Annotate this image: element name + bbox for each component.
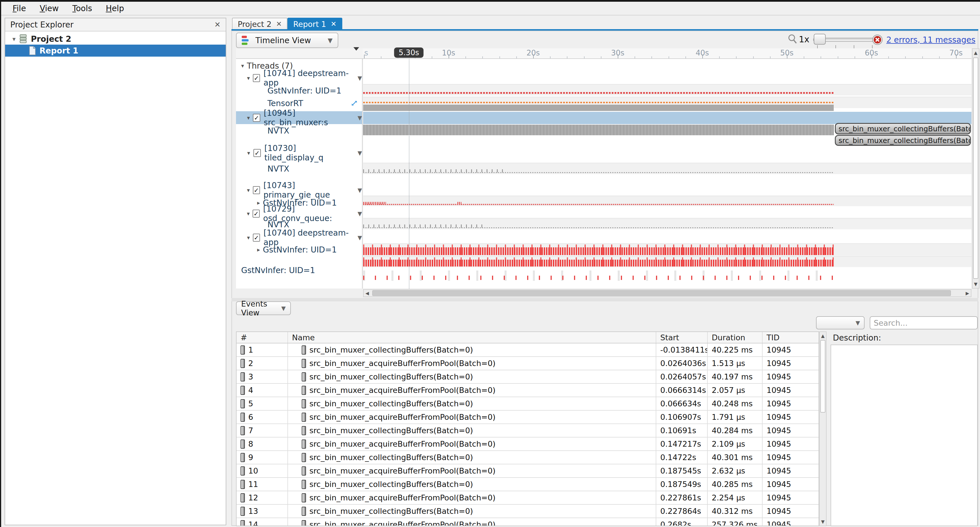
track-row-gstnvinfer[interactable]: ▸ GstNvInfer: UID=1 xyxy=(236,244,362,255)
chevron-right-icon[interactable]: ▸ xyxy=(254,246,263,253)
track-band-tensorrt[interactable] xyxy=(363,97,971,108)
table-row[interactable]: 12src_bin_muxer_acquireBufferFromPool(Ba… xyxy=(237,491,819,505)
column-header-start[interactable]: Start xyxy=(656,332,708,343)
chevron-down-icon[interactable]: ▾ xyxy=(9,35,19,43)
close-icon[interactable]: ✕ xyxy=(276,20,282,28)
scroll-down-icon[interactable]: ▼ xyxy=(972,281,979,287)
track-band-nvtx-tiled[interactable] xyxy=(363,163,971,174)
table-row[interactable]: 1src_bin_muxer_collectingBuffers(Batch=0… xyxy=(237,343,819,357)
track-band-red-hist-1[interactable] xyxy=(363,243,971,256)
scroll-up-icon[interactable]: ▲ xyxy=(972,50,979,56)
search-input[interactable] xyxy=(870,319,975,327)
track-row-nvtx[interactable]: NVTX xyxy=(236,163,362,174)
chevron-down-icon[interactable]: ▼ xyxy=(358,234,362,241)
table-row[interactable]: 11src_bin_muxer_collectingBuffers(Batch=… xyxy=(237,478,819,491)
chevron-down-icon[interactable]: ▾ xyxy=(245,114,252,121)
chevron-down-icon[interactable]: ▼ xyxy=(358,75,362,81)
nvtx-dense-range-bar[interactable] xyxy=(363,125,834,135)
menu-help[interactable]: Help xyxy=(99,4,131,13)
diagnostics-area: 2 errors, 11 messages xyxy=(872,34,975,45)
scroll-up-icon[interactable]: ▲ xyxy=(820,333,826,339)
scroll-right-icon[interactable]: ▶ xyxy=(966,290,969,297)
thread-checkbox[interactable]: ✓ xyxy=(253,114,260,122)
table-row[interactable]: 5src_bin_muxer_collectingBuffers(Batch=0… xyxy=(237,397,819,410)
timeline-ruler[interactable]: s10s20s30s40s50s60s70s xyxy=(363,48,971,59)
report-label: Report 1 xyxy=(40,46,78,56)
nvtx-range-pill[interactable]: src_bin_muxer_collectingBuffers(Batch=0)… xyxy=(835,135,971,146)
table-row[interactable]: 6src_bin_muxer_acquireBufferFromPool(Bat… xyxy=(237,410,819,424)
thread-row-10740[interactable]: ▾ ✓ [10740] deepstream-app ▼ xyxy=(236,232,362,243)
zoom-slider-handle[interactable] xyxy=(814,34,826,45)
table-row[interactable]: 10src_bin_muxer_acquireBufferFromPool(Ba… xyxy=(237,465,819,478)
chevron-down-icon[interactable]: ▼ xyxy=(358,114,362,121)
scroll-down-icon[interactable]: ▼ xyxy=(820,519,826,524)
thread-row-10730[interactable]: ▾ ✓ [10730] tiled_display_q ▼ xyxy=(236,147,362,158)
table-row[interactable]: 13src_bin_muxer_collectingBuffers(Batch=… xyxy=(237,505,819,518)
table-row[interactable]: 7src_bin_muxer_collectingBuffers(Batch=0… xyxy=(237,424,819,438)
track-band-nvtx-osd[interactable] xyxy=(363,218,971,229)
thread-row-10945[interactable]: ▾ ✓ [10945] src_bin_muxer:s ▼ xyxy=(236,112,362,123)
horizontal-splitter[interactable] xyxy=(231,298,978,302)
table-row[interactable]: 2src_bin_muxer_acquireBufferFromPool(Bat… xyxy=(237,357,819,370)
tree-item-report[interactable]: Report 1 xyxy=(5,45,226,57)
scroll-left-icon[interactable]: ◀ xyxy=(366,290,369,297)
filter-field-dropdown[interactable]: ▼ xyxy=(816,316,865,329)
column-header-name[interactable]: Name xyxy=(288,332,656,343)
chevron-right-icon[interactable]: ▸ xyxy=(254,199,263,206)
thread-checkbox[interactable]: ✓ xyxy=(253,209,260,217)
table-row[interactable]: 9src_bin_muxer_collectingBuffers(Batch=0… xyxy=(237,451,819,465)
table-row[interactable]: 14src_bin_muxer_acquireBufferFromPool(Ba… xyxy=(237,518,819,526)
menu-file[interactable]: File xyxy=(6,4,33,13)
collapse-pin-icon[interactable] xyxy=(353,51,359,56)
chevron-down-icon[interactable]: ▾ xyxy=(245,234,252,241)
tree-item-project[interactable]: ▾ Project 2 xyxy=(5,33,226,45)
tab-project-2[interactable]: Project 2 ✕ xyxy=(232,18,288,30)
chevron-down-icon[interactable]: ▼ xyxy=(358,210,362,217)
thread-checkbox[interactable]: ✓ xyxy=(253,149,261,157)
chevron-down-icon[interactable]: ▼ xyxy=(358,187,362,193)
chevron-down-icon[interactable]: ▾ xyxy=(245,187,252,193)
thread-row-10741[interactable]: ▾ ✓ [10741] deepstream-app ▼ xyxy=(236,73,362,83)
track-band-red-hist-2[interactable] xyxy=(363,256,971,267)
chevron-down-icon[interactable]: ▾ xyxy=(245,210,252,217)
events-table-scrollbar[interactable]: ▲ ▼ xyxy=(819,331,827,526)
scrollbar-thumb[interactable] xyxy=(973,57,978,279)
scrollbar-thumb[interactable] xyxy=(820,340,826,413)
tab-report-1[interactable]: Report 1 ✕ xyxy=(288,18,342,30)
chevron-down-icon[interactable]: ▼ xyxy=(358,150,362,157)
track-row-gstnvinfer[interactable]: GstNvInfer: UID=1 xyxy=(236,265,362,276)
table-row[interactable]: 8src_bin_muxer_acquireBufferFromPool(Bat… xyxy=(237,438,819,451)
track-row-nvtx[interactable]: NVTX xyxy=(236,125,362,136)
thread-checkbox[interactable]: ✓ xyxy=(253,186,260,194)
thread-row-10743[interactable]: ▾ ✓ [10743] primary_gie_que ▼ xyxy=(236,185,362,196)
track-row-gstnvinfer[interactable]: GstNvInfer: UID=1 xyxy=(236,85,362,96)
column-header-tid[interactable]: TID xyxy=(762,332,818,343)
track-row-tensorrt[interactable]: TensorRT xyxy=(236,98,362,109)
errors-messages-link[interactable]: 2 errors, 11 messages xyxy=(886,35,975,45)
timeline-canvas[interactable]: src_bin_muxer_collectingBuffers(Batch=0)… xyxy=(363,59,971,289)
events-view-dropdown[interactable]: Events View ▼ xyxy=(236,302,291,315)
thread-checkbox[interactable]: ✓ xyxy=(253,234,260,242)
chevron-down-icon[interactable]: ▾ xyxy=(238,62,247,69)
table-row[interactable]: 4src_bin_muxer_acquireBufferFromPool(Bat… xyxy=(237,384,819,397)
timeline-horizontal-scrollbar[interactable]: ◀ ▶ xyxy=(363,289,971,297)
chevron-down-icon[interactable]: ▾ xyxy=(245,150,253,157)
menu-view[interactable]: View xyxy=(33,4,65,13)
track-band-gstnvinfer-10743[interactable] xyxy=(363,196,971,206)
scrollbar-thumb[interactable] xyxy=(372,290,951,296)
timeline-vertical-scrollbar[interactable]: ▲ ▼ xyxy=(972,48,979,289)
track-band-gstnvinfer-10741[interactable] xyxy=(363,84,971,96)
column-header-duration[interactable]: Duration xyxy=(708,332,762,343)
chevron-down-icon[interactable]: ▾ xyxy=(245,75,252,81)
nvtx-range-pill[interactable]: src_bin_muxer_collectingBuffers(Batch=0)… xyxy=(835,123,971,134)
track-band-red-ticks[interactable] xyxy=(363,270,971,281)
view-selector-dropdown[interactable]: Timeline View ▼ xyxy=(236,33,338,48)
menu-tools[interactable]: Tools xyxy=(65,4,99,13)
close-icon[interactable]: ✕ xyxy=(331,20,337,28)
thread-checkbox[interactable]: ✓ xyxy=(253,74,260,82)
close-icon[interactable]: ✕ xyxy=(214,20,221,29)
table-row[interactable]: 3src_bin_muxer_collectingBuffers(Batch=0… xyxy=(237,370,819,384)
column-header-number[interactable]: # xyxy=(237,332,288,343)
thread-row-10729[interactable]: ▾ ✓ [10729] osd_conv_queue: ▼ xyxy=(236,208,362,219)
expand-diagonal-icon[interactable] xyxy=(350,99,359,107)
